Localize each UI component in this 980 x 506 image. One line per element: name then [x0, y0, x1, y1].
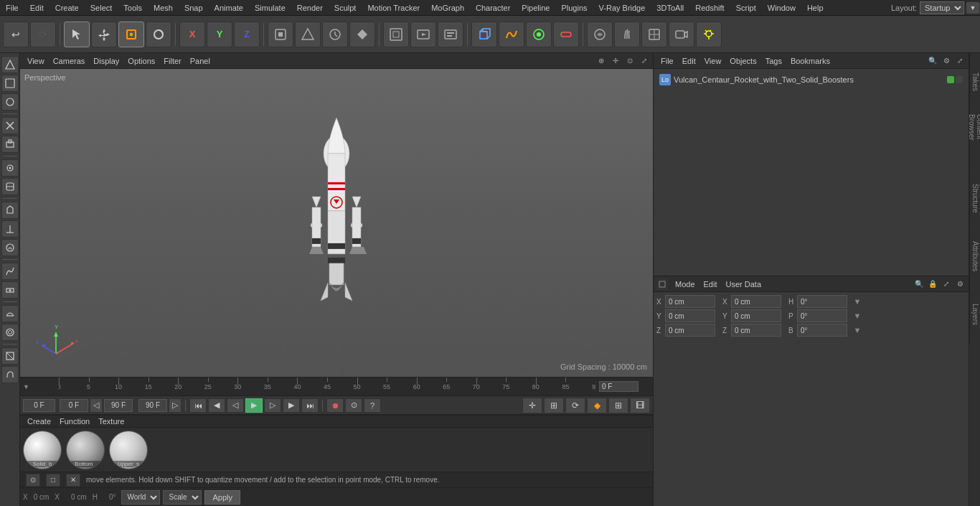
redo-button[interactable]: ⟳ [30, 22, 56, 47]
vp-menu-panel[interactable]: Panel [186, 55, 215, 67]
grid-playback[interactable]: ⊞ [608, 398, 628, 413]
viewport[interactable]: X Y Z Perspective Grid Spacing : 10000 c… [20, 69, 653, 377]
menu-tools[interactable]: Tools [118, 2, 148, 14]
tab-attributes[interactable]: Attributes [969, 228, 980, 285]
coord-y-rot[interactable] [731, 309, 781, 322]
anim-mode-button[interactable] [322, 22, 348, 47]
timeline[interactable]: ▼ 051015202530354045505560657075808590 [20, 377, 653, 395]
menu-vray-bridge[interactable]: V-Ray Bridge [593, 2, 651, 14]
obj-menu-edit[interactable]: Edit [678, 55, 700, 67]
play-btn[interactable]: ▶ [245, 398, 263, 413]
mat-menu-create[interactable]: Create [23, 416, 55, 427]
left-tool-8[interactable] [1, 202, 19, 219]
left-tool-12[interactable] [1, 281, 19, 299]
menu-pipeline[interactable]: Pipeline [516, 2, 555, 14]
timeline-ruler[interactable]: 051015202530354045505560657075808590 [59, 378, 595, 395]
obj-menu-tags[interactable]: Tags [761, 55, 786, 67]
object-row-rocket[interactable]: Lo Vulcan_Centaur_Rocket_with_Two_Solid_… [656, 72, 966, 88]
coord-y-pos[interactable] [665, 309, 715, 322]
menu-window[interactable]: Window [762, 2, 801, 14]
status-icon-2[interactable]: □ [46, 474, 60, 487]
scale-tool-button[interactable] [118, 22, 144, 47]
menu-motion-tracker[interactable]: Motion Tracker [362, 2, 425, 14]
left-tool-7[interactable] [1, 178, 19, 195]
menu-mograph[interactable]: MoGraph [425, 2, 470, 14]
menu-script[interactable]: Script [730, 2, 762, 14]
menu-3dtoall[interactable]: 3DToAll [651, 2, 689, 14]
obj-status-green[interactable] [947, 76, 954, 83]
left-tool-16[interactable] [1, 366, 19, 383]
scale-dropdown[interactable]: Scale [163, 490, 202, 505]
menu-create[interactable]: Create [50, 2, 85, 14]
playback-current-frame[interactable] [23, 399, 55, 412]
undo-button[interactable]: ↩ [3, 22, 29, 47]
attrs-settings-icon[interactable]: ⚙ [954, 278, 966, 290]
coord-z-arrow[interactable]: ▼ [852, 324, 863, 336]
menu-snap[interactable]: Snap [179, 2, 209, 14]
vp-icon-cam[interactable]: ⊙ [624, 55, 636, 67]
next-keyframe-btn[interactable]: ▷ [264, 398, 281, 413]
spline-button[interactable] [499, 22, 524, 47]
playback-max-frame[interactable] [104, 399, 133, 412]
attrs-lock-icon[interactable]: 🔒 [927, 278, 938, 290]
tab-content-browser[interactable]: Content Browser [969, 111, 980, 169]
material-1[interactable]: Solid_b [23, 431, 62, 469]
attrs-expand-icon[interactable]: ⤢ [941, 278, 952, 290]
tab-takes[interactable]: Takes [969, 53, 980, 111]
tab-layers[interactable]: Layers [969, 286, 980, 343]
coord-p[interactable] [797, 309, 847, 322]
obj-menu-objects[interactable]: Objects [725, 55, 760, 67]
attrs-search-icon[interactable]: 🔍 [913, 278, 925, 290]
apply-button[interactable]: Apply [204, 490, 240, 505]
playback-chevron-right[interactable]: ▷ [169, 398, 182, 413]
status-icon-3[interactable]: ✕ [66, 474, 80, 487]
sculpt-btn[interactable] [587, 22, 613, 47]
material-3[interactable]: Upper_s [109, 431, 148, 469]
menu-plugins[interactable]: Plugins [555, 2, 593, 14]
playback-chevron-left[interactable]: ◁ [90, 398, 103, 413]
coord-h[interactable] [797, 295, 847, 308]
prev-frame-btn[interactable]: ◀ [208, 398, 225, 413]
coord-x-arrow[interactable]: ▼ [852, 296, 863, 307]
playback-min-frame[interactable] [60, 399, 88, 412]
prev-keyframe-btn[interactable]: ◁ [227, 398, 244, 413]
obj-menu-view[interactable]: View [700, 55, 726, 67]
vp-menu-cameras[interactable]: Cameras [49, 55, 90, 67]
vp-icon-lock[interactable]: ⊕ [595, 55, 607, 67]
render-view-button[interactable] [410, 22, 436, 47]
model-mode-button[interactable] [295, 22, 321, 47]
left-tool-5[interactable] [1, 136, 19, 153]
coord-z-pos[interactable] [665, 324, 715, 337]
obj-settings-icon[interactable]: ⚙ [941, 55, 952, 67]
scale-playback[interactable]: ⊞ [544, 398, 564, 413]
coord-z-rot[interactable] [731, 324, 781, 337]
layout-select[interactable]: Startup [920, 1, 964, 14]
left-tool-6[interactable] [1, 159, 19, 177]
menu-edit[interactable]: Edit [24, 2, 50, 14]
layout-expand[interactable]: ▼ [966, 1, 980, 14]
left-tool-9[interactable] [1, 220, 19, 238]
coord-x-rot[interactable] [731, 295, 781, 308]
film-playback[interactable]: 🎞 [630, 398, 650, 413]
mat-menu-texture[interactable]: Texture [94, 416, 128, 427]
attrs-menu-mode[interactable]: Mode [671, 278, 699, 290]
left-tool-15[interactable] [1, 347, 19, 365]
rotate-playback[interactable]: ⟳ [565, 398, 585, 413]
menu-animate[interactable]: Animate [209, 2, 249, 14]
obj-search-icon[interactable]: 🔍 [927, 55, 938, 67]
render-queue-button[interactable] [438, 22, 463, 47]
go-to-end-btn[interactable]: ⏭ [301, 398, 319, 413]
material-2[interactable]: Bottom_ [66, 431, 105, 469]
hair-btn[interactable] [614, 22, 640, 47]
record-btn[interactable]: ⏺ [326, 398, 344, 413]
vp-menu-display[interactable]: Display [89, 55, 123, 67]
go-to-start-btn[interactable]: ⏮ [189, 398, 207, 413]
deformer-button[interactable] [553, 22, 579, 47]
attrs-menu-edit[interactable]: Edit [699, 278, 722, 290]
coord-b[interactable] [797, 324, 847, 337]
vp-menu-view[interactable]: View [23, 55, 49, 67]
coord-y-arrow[interactable]: ▼ [852, 310, 863, 322]
left-tool-1[interactable] [1, 56, 19, 73]
menu-simulate[interactable]: Simulate [249, 2, 291, 14]
vp-icon-move[interactable]: ✛ [610, 55, 621, 67]
